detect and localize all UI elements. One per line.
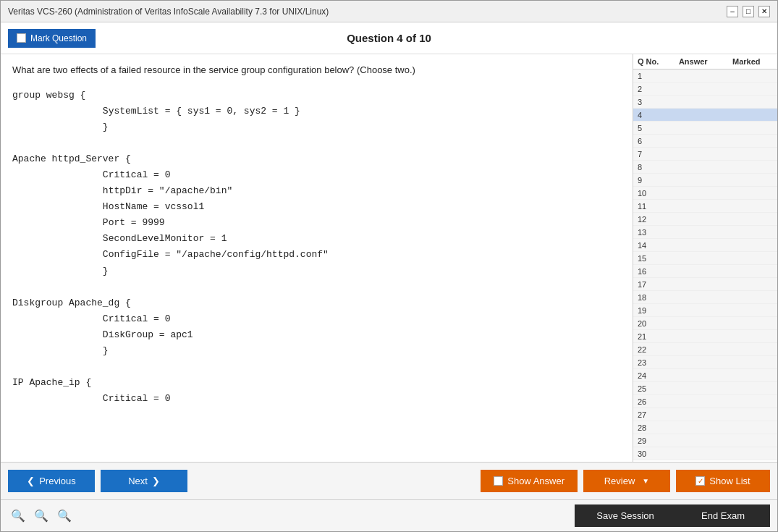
sidebar-row-answer (667, 84, 720, 93)
sidebar-row[interactable]: 9 (633, 174, 777, 187)
sidebar-row[interactable]: 26 (633, 395, 777, 408)
sidebar-row[interactable]: 13 (633, 226, 777, 239)
sidebar-row[interactable]: 12 (633, 213, 777, 226)
sidebar-row-marked (720, 371, 774, 380)
sidebar-row[interactable]: 10 (633, 187, 777, 200)
next-button[interactable]: Next (101, 470, 187, 492)
review-button[interactable]: Review ▼ (583, 470, 670, 492)
sidebar-row-marked (720, 410, 774, 419)
minimize-button[interactable]: – (727, 6, 738, 17)
sidebar-row-num: 21 (638, 332, 667, 341)
sidebar-row[interactable]: 15 (633, 252, 777, 265)
sidebar-row[interactable]: 25 (633, 382, 777, 395)
sidebar-row[interactable]: 19 (633, 304, 777, 317)
sidebar-row-marked (720, 162, 774, 172)
question-title: Question 4 of 10 (347, 32, 431, 44)
sidebar-row-num: 27 (638, 410, 667, 419)
sidebar-row-marked (720, 227, 774, 237)
sidebar-row[interactable]: 16 (633, 265, 777, 278)
previous-button[interactable]: Previous (8, 470, 95, 492)
sidebar-row[interactable]: 17 (633, 278, 777, 291)
sidebar-row-num: 10 (638, 188, 667, 198)
sidebar-row[interactable]: 18 (633, 291, 777, 304)
sidebar-row[interactable]: 22 (633, 343, 777, 356)
zoom-reset-button[interactable]: 🔍 (31, 506, 51, 526)
sidebar-row[interactable]: 14 (633, 239, 777, 252)
zoom-out-button[interactable]: 🔍 (54, 506, 75, 526)
show-answer-button[interactable]: Show Answer (481, 470, 578, 492)
arrow-right-icon (152, 476, 160, 486)
sidebar-row[interactable]: 3 (633, 96, 777, 109)
end-exam-label: End Exam (701, 510, 745, 521)
sidebar-row[interactable]: 4 (633, 109, 777, 122)
sidebar-row-answer (667, 384, 720, 393)
sidebar-row[interactable]: 24 (633, 369, 777, 382)
sidebar-row[interactable]: 1 (633, 69, 777, 83)
sidebar-row[interactable]: 21 (633, 330, 777, 343)
code-block: group websg { SystemList = { sys1 = 0, s… (12, 88, 621, 408)
close-button[interactable]: ✕ (758, 6, 770, 17)
save-session-button[interactable]: Save Session (575, 504, 676, 527)
review-label: Review (604, 476, 635, 486)
sidebar-row-marked (720, 266, 774, 276)
sidebar-row[interactable]: 11 (633, 200, 777, 213)
show-list-button[interactable]: ✓ Show List (676, 470, 770, 492)
sidebar-row-answer (667, 71, 720, 80)
end-exam-button[interactable]: End Exam (676, 504, 770, 527)
sidebar-row-marked (720, 149, 774, 159)
sidebar-row-num: 14 (638, 240, 667, 250)
sidebar-row-marked (720, 384, 774, 393)
sidebar-row-marked (720, 136, 774, 145)
sidebar-row[interactable]: 2 (633, 83, 777, 96)
maximize-button[interactable]: □ (743, 6, 754, 17)
title-bar: Veritas VCS-260 (Administration of Verit… (1, 1, 777, 22)
sidebar-row-answer (667, 110, 720, 119)
sidebar-row[interactable]: 27 (633, 408, 777, 421)
mark-question-button[interactable]: Mark Question (8, 29, 96, 48)
show-answer-label: Show Answer (507, 476, 565, 486)
sidebar-row-num: 16 (638, 266, 667, 276)
arrow-left-icon (27, 476, 35, 486)
sidebar-row-answer (667, 279, 720, 289)
sidebar-row-num: 5 (638, 123, 667, 132)
sidebar-row-answer (667, 318, 720, 328)
sidebar-row[interactable]: 28 (633, 421, 777, 434)
zoom-in-button[interactable]: 🔍 (8, 506, 28, 526)
mark-checkbox-icon (17, 33, 26, 43)
sidebar-row-answer (667, 175, 720, 185)
sidebar-row-marked (720, 123, 774, 132)
sidebar-row-answer (667, 240, 720, 250)
q-no-header: Q No. (638, 57, 667, 66)
sidebar-row[interactable]: 8 (633, 161, 777, 174)
show-list-checkbox-icon: ✓ (695, 476, 705, 486)
mark-question-label: Mark Question (30, 33, 87, 43)
sidebar-row-marked (720, 71, 774, 80)
sidebar-row-marked (720, 110, 774, 119)
show-answer-checkbox-icon (494, 476, 503, 486)
sidebar-row-answer (667, 436, 720, 445)
sidebar-row-num: 20 (638, 318, 667, 328)
sidebar-row-marked (720, 332, 774, 341)
sidebar-row-num: 26 (638, 397, 667, 406)
sidebar-row-answer (667, 292, 720, 302)
sidebar-row-answer (667, 266, 720, 276)
sidebar-row-marked (720, 253, 774, 263)
sidebar-row-marked (720, 214, 774, 224)
sidebar-row[interactable]: 6 (633, 135, 777, 148)
sidebar-row[interactable]: 30 (633, 447, 777, 460)
zoom-controls: 🔍 🔍 🔍 (8, 506, 75, 526)
sidebar-row-marked (720, 397, 774, 406)
sidebar-row[interactable]: 23 (633, 356, 777, 369)
sidebar-row-num: 4 (638, 110, 667, 119)
show-list-label: Show List (709, 476, 750, 486)
sidebar-row[interactable]: 5 (633, 122, 777, 135)
sidebar-row-num: 30 (638, 449, 667, 458)
review-dropdown-icon: ▼ (642, 477, 649, 485)
marked-header: Marked (720, 57, 774, 66)
sidebar-row[interactable]: 20 (633, 317, 777, 330)
sidebar-row-num: 23 (638, 358, 667, 367)
sidebar-row[interactable]: 7 (633, 148, 777, 161)
sidebar-row-marked (720, 201, 774, 211)
sidebar-row-num: 28 (638, 423, 667, 432)
sidebar-row[interactable]: 29 (633, 434, 777, 447)
